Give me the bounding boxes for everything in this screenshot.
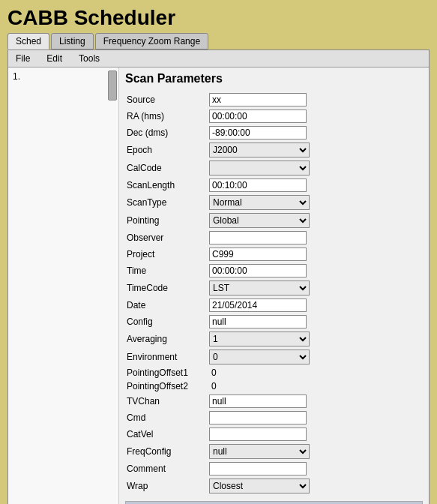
table-row: FreqConfig null [125, 442, 423, 460]
table-row: Time [125, 262, 423, 279]
field-value-pointingoffset2: 0 [209, 381, 217, 392]
field-label-scanlength: ScanLength [125, 177, 208, 194]
field-value-pointingoffset1: 0 [209, 368, 217, 378]
field-label-pointing: Pointing [125, 212, 208, 230]
field-label-config: Config [125, 314, 208, 330]
field-label-epoch: Epoch [125, 141, 208, 159]
main-tab-bar: Sched Listing Frequency Zoom Range [0, 33, 437, 50]
scan-params-table: Source RA (hms) Dec (dms) [125, 92, 423, 495]
field-input-time[interactable] [209, 264, 307, 278]
tab-sched[interactable]: Sched [7, 33, 49, 50]
field-input-comment[interactable] [209, 462, 307, 476]
field-select-environment[interactable]: 0 [209, 350, 310, 364]
field-select-averaging[interactable]: 1 [209, 332, 310, 346]
app-title: CABB Scheduler [0, 0, 437, 33]
menu-file[interactable]: File [11, 52, 34, 65]
field-label-project: Project [125, 246, 208, 262]
field-input-scanlength[interactable] [209, 178, 307, 192]
right-panel: Scan Parameters Source RA (hms) D [119, 68, 429, 504]
field-label-scantype: ScanType [125, 194, 208, 212]
table-row: PointingOffset2 0 [125, 380, 423, 393]
field-select-timecode[interactable]: LST [209, 280, 310, 296]
table-row: CatVel [125, 426, 423, 442]
menu-bar: File Edit Tools [8, 50, 429, 68]
tab-frequency-zoom-range[interactable]: Frequency Zoom Range [95, 33, 208, 50]
field-input-dec[interactable] [209, 126, 307, 140]
field-label-wrap: Wrap [125, 477, 208, 495]
scan-params-title: Scan Parameters [125, 72, 423, 86]
field-label-environment: Environment [125, 348, 208, 366]
field-input-cmd[interactable] [209, 411, 307, 424]
table-row: Dec (dms) [125, 124, 423, 141]
field-input-config[interactable] [209, 315, 307, 328]
field-input-tvchan[interactable] [209, 394, 307, 408]
field-select-wrap[interactable]: Closest [209, 478, 310, 494]
table-row: Comment [125, 460, 423, 477]
field-select-epoch[interactable]: J2000 [209, 142, 310, 158]
content-area: 1. Scan Parameters Source RA (hms) [8, 68, 429, 504]
table-row: Project [125, 246, 423, 262]
main-window: File Edit Tools 1. Scan Parameters Sourc… [7, 50, 430, 504]
field-label-ra: RA (hms) [125, 108, 208, 124]
field-input-project[interactable] [209, 248, 307, 261]
field-label-pointingoffset1: PointingOffset1 [125, 366, 208, 380]
field-label-averaging: Averaging [125, 330, 208, 348]
freq1-setup-header[interactable]: Freq1 Setup [125, 501, 423, 504]
field-label-source: Source [125, 92, 208, 108]
field-input-catvel[interactable] [209, 428, 307, 441]
field-input-source[interactable] [209, 93, 307, 106]
menu-tools[interactable]: Tools [74, 52, 104, 65]
field-label-cmd: Cmd [125, 410, 208, 426]
field-label-observer: Observer [125, 230, 208, 246]
tab-listing[interactable]: Listing [51, 33, 94, 50]
field-label-comment: Comment [125, 460, 208, 477]
field-select-pointing[interactable]: Global [209, 213, 310, 228]
table-row: ScanLength [125, 177, 423, 194]
field-label-tvchan: TVChan [125, 393, 208, 410]
field-input-date[interactable] [209, 298, 307, 312]
scrollbar-thumb[interactable] [108, 70, 117, 100]
left-panel: 1. [8, 68, 119, 504]
field-select-calcode[interactable] [209, 160, 310, 176]
field-label-dec: Dec (dms) [125, 124, 208, 141]
field-input-observer[interactable] [209, 231, 307, 244]
table-row: RA (hms) [125, 108, 423, 124]
table-row: Averaging 1 [125, 330, 423, 348]
field-label-time: Time [125, 262, 208, 279]
table-row: Wrap Closest [125, 477, 423, 495]
field-label-calcode: CalCode [125, 159, 208, 177]
table-row: Config [125, 314, 423, 330]
table-row: Environment 0 [125, 348, 423, 366]
field-label-pointingoffset2: PointingOffset2 [125, 380, 208, 393]
menu-edit[interactable]: Edit [42, 52, 67, 65]
field-select-scantype[interactable]: Normal [209, 195, 310, 210]
table-row: Date [125, 297, 423, 314]
table-row: CalCode [125, 159, 423, 177]
table-row: Observer [125, 230, 423, 246]
scan-list-item[interactable]: 1. [11, 70, 115, 82]
field-select-freqconfig[interactable]: null [209, 444, 310, 459]
table-row: Pointing Global [125, 212, 423, 230]
field-label-freqconfig: FreqConfig [125, 442, 208, 460]
field-input-ra[interactable] [209, 110, 307, 123]
table-row: TimeCode LST [125, 279, 423, 297]
table-row: PointingOffset1 0 [125, 366, 423, 380]
table-row: TVChan [125, 393, 423, 410]
table-row: ScanType Normal [125, 194, 423, 212]
table-row: Cmd [125, 410, 423, 426]
field-label-date: Date [125, 297, 208, 314]
table-row: Source [125, 92, 423, 108]
field-label-catvel: CatVel [125, 426, 208, 442]
table-row: Epoch J2000 [125, 141, 423, 159]
field-label-timecode: TimeCode [125, 279, 208, 297]
